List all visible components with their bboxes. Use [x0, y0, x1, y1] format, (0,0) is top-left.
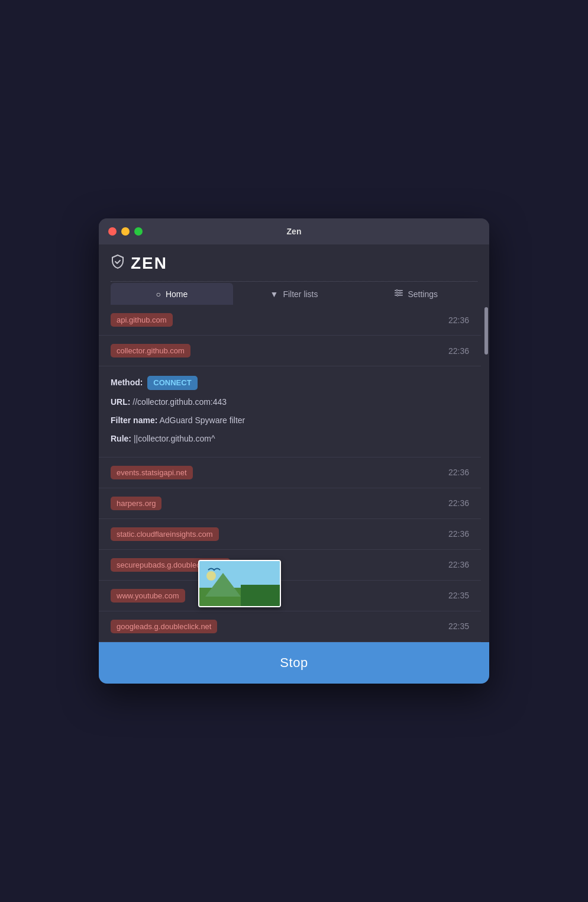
tab-home-label: Home — [166, 289, 188, 299]
timestamp: 22:36 — [448, 529, 469, 539]
filter-icon: ▼ — [270, 289, 279, 299]
filter-name-label: Filter name: — [111, 415, 157, 425]
traffic-lights — [108, 227, 143, 236]
timestamp: 22:35 — [448, 591, 469, 600]
tab-filter-lists[interactable]: ▼ Filter lists — [233, 283, 356, 305]
domain-badge: harpers.org — [111, 497, 161, 510]
logo-area: ZEN — [111, 254, 477, 273]
timestamp: 22:35 — [448, 621, 469, 631]
timestamp: 22:36 — [448, 346, 469, 356]
domain-badge: collector.github.com — [111, 344, 190, 357]
list-item[interactable]: collector.github.com 22:36 — [99, 336, 481, 366]
timestamp: 22:36 — [448, 468, 469, 477]
method-badge: CONNECT — [147, 376, 197, 390]
maximize-button[interactable] — [134, 227, 143, 236]
method-row: Method: CONNECT — [111, 376, 469, 390]
rule-row: Rule: ||collector.github.com^ — [111, 433, 469, 445]
domain-badge: www.youtube.com — [111, 589, 185, 603]
content-area[interactable]: api.github.com 22:36 collector.github.co… — [99, 305, 489, 642]
svg-point-5 — [397, 295, 399, 297]
list-item[interactable]: static.cloudflareinsights.com 22:36 — [99, 519, 481, 550]
minimize-button[interactable] — [121, 227, 130, 236]
nav-tabs: ○ Home ▼ Filter lists — [111, 281, 477, 305]
list-item[interactable]: harpers.org 22:36 — [99, 488, 481, 519]
settings-icon — [395, 289, 403, 299]
timestamp: 22:36 — [448, 498, 469, 508]
tab-home[interactable]: ○ Home — [111, 283, 233, 305]
app-logo-text: ZEN — [131, 254, 167, 273]
url-value: //collector.github.com:443 — [133, 397, 227, 407]
expanded-detail: Method: CONNECT URL: //collector.github.… — [99, 366, 481, 458]
list-item[interactable]: www.youtube.com — [99, 581, 481, 611]
domain-badge: static.cloudflareinsights.com — [111, 527, 219, 541]
tab-settings-label: Settings — [408, 289, 438, 299]
url-label: URL: — [111, 397, 130, 407]
scrollbar-thumb[interactable] — [484, 307, 488, 355]
svg-rect-8 — [241, 585, 281, 607]
svg-point-4 — [399, 292, 401, 294]
svg-point-10 — [206, 571, 216, 581]
domain-badge: api.github.com — [111, 313, 173, 327]
url-row: URL: //collector.github.com:443 — [111, 396, 469, 408]
list-item[interactable]: events.statsigapi.net 22:36 — [99, 458, 481, 488]
request-list: api.github.com 22:36 collector.github.co… — [99, 305, 489, 642]
app-window: Zen ZEN ○ Home ▼ Filter lists — [99, 218, 489, 684]
domain-badge: events.statsigapi.net — [111, 466, 193, 479]
window-title: Zen — [287, 227, 302, 236]
list-item[interactable]: api.github.com 22:36 — [99, 305, 481, 336]
close-button[interactable] — [108, 227, 117, 236]
rule-value: ||collector.github.com^ — [134, 434, 215, 443]
stop-button[interactable]: Stop — [99, 642, 489, 684]
rule-label: Rule: — [111, 434, 131, 443]
tab-settings[interactable]: Settings — [355, 283, 477, 305]
scrollbar-track[interactable] — [483, 305, 489, 642]
domain-badge: googleads.g.doubleclick.net — [111, 620, 217, 633]
thumbnail-preview — [198, 560, 281, 607]
svg-point-3 — [396, 290, 398, 292]
list-item[interactable]: securepubads.g.doubleclick.net 22:36 — [99, 550, 481, 581]
timestamp: 22:36 — [448, 560, 469, 569]
method-label: Method: — [111, 378, 143, 387]
tab-filter-lists-label: Filter lists — [283, 289, 318, 299]
title-bar: Zen — [99, 218, 489, 244]
home-tab-icon: ○ — [156, 289, 160, 299]
list-item[interactable]: googleads.g.doubleclick.net 22:35 — [99, 611, 481, 642]
filter-name-value: AdGuard Spyware filter — [159, 415, 245, 425]
header: ZEN ○ Home ▼ Filter lists — [99, 244, 489, 305]
shield-icon — [111, 254, 125, 273]
timestamp: 22:36 — [448, 315, 469, 325]
filter-name-row: Filter name: AdGuard Spyware filter — [111, 414, 469, 427]
